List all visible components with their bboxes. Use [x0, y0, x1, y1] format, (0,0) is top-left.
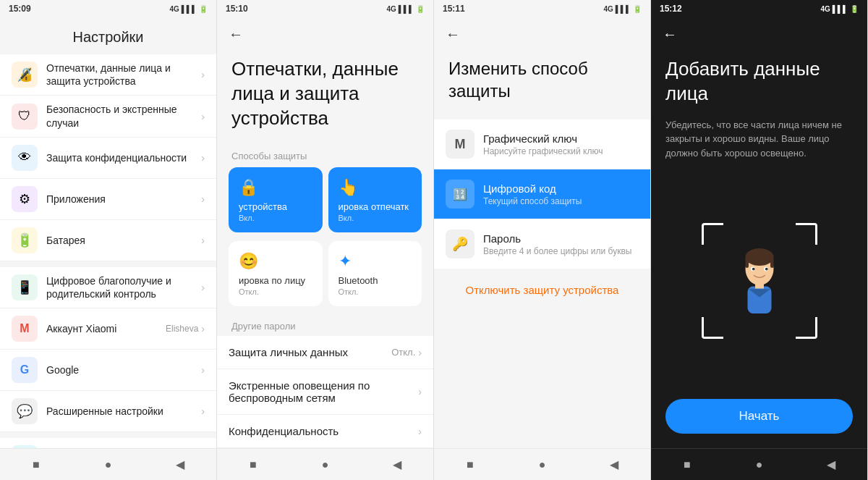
face-data-content: Добавить данные лица Убедитесь, что все … [651, 51, 867, 448]
confidential-label: Конфиденциальность [229, 425, 418, 437]
chevron-confidential: › [418, 426, 422, 437]
back-button-2[interactable]: ← [217, 17, 433, 51]
panel-face-data: 15:12 4G ▌▌▌ 🔋 ← Добавить данные лица Уб… [651, 0, 868, 480]
card-device-status: Вкл. [239, 214, 312, 222]
xiaomi-sub: Elisheva [166, 324, 198, 334]
settings-item-security-label: Безопасность и экстренные случаи [46, 103, 201, 129]
panel-change-protection: 15:11 4G ▌▌▌ 🔋 ← Изменить способ защиты … [434, 0, 651, 480]
settings-item-digital[interactable]: 📱 Цифровое благополучие и родительский к… [0, 267, 216, 308]
protect-card-bluetooth[interactable]: ✦ Bluetooth Откл. [328, 241, 422, 306]
svg-point-7 [765, 268, 767, 271]
face-scanner [665, 174, 853, 387]
chevron-advanced: › [201, 405, 205, 417]
chevron-xiaomi: › [201, 323, 205, 334]
status-icons-2: 4G ▌▌▌ 🔋 [386, 5, 425, 13]
personal-data-right: Откл. [391, 347, 415, 358]
nav-square-2[interactable]: ■ [239, 450, 268, 479]
protect-card-device[interactable]: 🔒 устройства Вкл. [229, 167, 323, 232]
settings-item-security[interactable]: 🛡 Безопасность и экстренные случаи › [0, 96, 216, 137]
settings-item-fingerprint[interactable]: 🔏 Отпечатки, данные лица и защита устрой… [0, 54, 216, 96]
card-bluetooth-status: Откл. [339, 287, 412, 296]
privacy-protect-icon: 👁 [12, 145, 38, 171]
nav-square-1[interactable]: ■ [22, 450, 51, 479]
panel-title-2: Отпечатки, данные лица и защита устройст… [217, 51, 433, 142]
chevron-google: › [201, 364, 205, 376]
card-fingerprint-status: Вкл. [339, 214, 412, 222]
divider-2 [0, 432, 216, 438]
settings-item-apps-label: Приложения [46, 193, 201, 206]
list-emergency[interactable]: Экстренные оповещения по беспроводным се… [217, 369, 433, 415]
nav-circle-3[interactable]: ● [527, 450, 556, 479]
option-pattern[interactable]: M Графический ключ Нарисуйте графический… [434, 119, 650, 169]
settings-item-privacy[interactable]: 👁 Конфиденциальность › [0, 438, 216, 448]
back-button-3[interactable]: ← [434, 17, 650, 51]
back-button-4[interactable]: ← [651, 17, 867, 51]
chevron-digital: › [201, 282, 205, 293]
card-bluetooth-label: Bluetooth [339, 275, 412, 287]
bluetooth-card-icon: ✦ [339, 252, 412, 271]
digital-icon: 📱 [12, 274, 38, 300]
xiaomi-icon: M [12, 316, 38, 342]
nav-back-1[interactable]: ◀ [166, 450, 195, 479]
protect-card-face[interactable]: 😊 ировка по лицу Откл. [229, 241, 323, 306]
bottom-nav-3: ■ ● ◀ [434, 448, 650, 480]
settings-list: 🔏 Отпечатки, данные лица и защита устрой… [0, 54, 216, 448]
bottom-nav-2: ■ ● ◀ [217, 448, 433, 480]
spacer-3 [434, 114, 650, 119]
bottom-nav-4: ■ ● ◀ [651, 448, 867, 480]
other-label-2: Другие пароли [217, 315, 433, 336]
nav-square-4[interactable]: ■ [673, 450, 702, 479]
frame-corner-bl [702, 317, 723, 339]
settings-item-battery[interactable]: 🔋 Батарея › [0, 220, 216, 261]
frame-corner-br [796, 317, 817, 339]
nav-back-3[interactable]: ◀ [600, 450, 629, 479]
nav-back-2[interactable]: ◀ [383, 450, 412, 479]
fingerprint-icon: 🔏 [12, 62, 38, 88]
list-confidential[interactable]: Конфиденциальность › [217, 415, 433, 448]
pin-icon: 🔢 [446, 180, 475, 209]
protect-cards-row2: 😊 ировка по лицу Откл. ✦ Bluetooth Откл. [217, 241, 433, 315]
settings-item-google[interactable]: G Google › [0, 350, 216, 391]
time-1: 15:09 [9, 4, 31, 14]
pin-desc: Текущий способ защиты [483, 196, 639, 206]
fingerprint-card-icon: 👆 [339, 178, 412, 197]
settings-item-xiaomi[interactable]: M Аккаунт Xiaomi Elisheva › [0, 308, 216, 350]
bottom-nav-1: ■ ● ◀ [0, 448, 216, 480]
chevron-security: › [201, 111, 205, 122]
settings-item-privacy-protect[interactable]: 👁 Защита конфиденциальности › [0, 138, 216, 179]
svg-rect-2 [745, 257, 749, 268]
password-desc: Введите 4 и более цифры или буквы [483, 246, 639, 256]
option-pin[interactable]: 🔢 Цифровой код Текущий способ защиты [434, 169, 650, 219]
settings-item-google-label: Google [46, 363, 201, 376]
status-icons-1: 4G ▌▌▌ 🔋 [169, 5, 208, 13]
settings-item-apps[interactable]: ⚙ Приложения › [0, 179, 216, 220]
nav-back-4[interactable]: ◀ [817, 450, 846, 479]
chevron-battery: › [201, 235, 205, 246]
nav-circle-2[interactable]: ● [310, 450, 339, 479]
face-avatar-svg [731, 248, 788, 313]
settings-item-battery-label: Батарея [46, 234, 201, 247]
list-personal-data[interactable]: Защита личных данных Откл. › [217, 336, 433, 369]
panel-title-3: Изменить способ защиты [434, 51, 650, 114]
card-face-status: Откл. [239, 287, 312, 296]
nav-circle-4[interactable]: ● [744, 450, 773, 479]
nav-square-3[interactable]: ■ [456, 450, 485, 479]
face-desc: Убедитесь, что все части лица ничем не з… [665, 118, 853, 161]
protect-card-fingerprint[interactable]: 👆 ировка отпечатк Вкл. [328, 167, 422, 232]
start-button[interactable]: Начать [665, 399, 853, 434]
card-device-label: устройства [239, 201, 312, 213]
security-icon: 🛡 [12, 104, 38, 130]
nav-circle-1[interactable]: ● [93, 450, 122, 479]
face-card-icon: 😊 [239, 252, 312, 271]
disable-protection-link[interactable]: Отключить защиту устройства [434, 269, 650, 311]
status-bar-3: 15:11 4G ▌▌▌ 🔋 [434, 0, 650, 17]
time-4: 15:12 [660, 4, 682, 14]
time-3: 15:11 [443, 4, 465, 14]
option-password[interactable]: 🔑 Пароль Введите 4 и более цифры или бук… [434, 219, 650, 269]
chevron-emergency: › [418, 386, 422, 397]
status-bar-2: 15:10 4G ▌▌▌ 🔋 [217, 0, 433, 17]
chevron-fingerprint: › [201, 69, 205, 80]
panel-fingerprint: 15:10 4G ▌▌▌ 🔋 ← Отпечатки, данные лица … [217, 0, 434, 480]
section-label-2: Способы защиты [217, 142, 433, 167]
settings-item-advanced[interactable]: 💬 Расширенные настройки › [0, 391, 216, 432]
